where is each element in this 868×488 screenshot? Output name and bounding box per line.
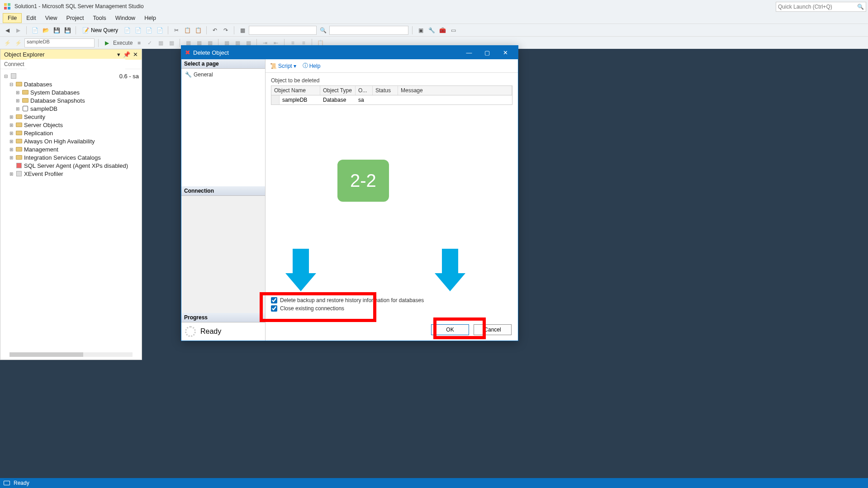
find-icon[interactable]: 🔍 (318, 26, 327, 35)
quick-launch-input[interactable] (778, 4, 857, 10)
explorer-scrollbar[interactable] (9, 352, 133, 357)
close-button[interactable]: ✕ (496, 46, 514, 59)
nav-back-icon[interactable]: ◀ (3, 26, 12, 35)
open-icon[interactable]: 📂 (41, 26, 50, 35)
menu-file[interactable]: File (3, 13, 22, 23)
separator (168, 26, 168, 34)
menu-window[interactable]: Window (111, 14, 140, 23)
status-bar: Ready (0, 478, 868, 488)
dialog-left-panel: Select a page 🔧 General Connection Progr… (181, 59, 266, 341)
database-combo[interactable]: sampleDB (24, 38, 95, 47)
copy-icon[interactable]: 📋 (183, 26, 192, 35)
grid-row[interactable]: sampleDB Database sa (271, 95, 512, 104)
tree-replication[interactable]: ⊞Replication (2, 129, 140, 137)
title-bar: Solution1 - Microsoft SQL Server Managem… (0, 0, 868, 13)
minimize-button[interactable]: — (460, 46, 478, 59)
object-explorer-toolbar: Connect (0, 60, 142, 69)
annotation-highlight-ok (433, 317, 486, 339)
new-query-button[interactable]: 📝 New Query (80, 26, 121, 34)
separator (76, 26, 76, 34)
pin-icon[interactable]: 📌 (123, 51, 130, 58)
save-all-icon[interactable]: 💾 (63, 26, 72, 35)
col-owner[interactable]: O... (356, 86, 373, 95)
script-button[interactable]: 📜 Script ▾ (270, 63, 296, 69)
script-icon: 📜 (270, 63, 277, 69)
mdx-icon[interactable]: 📄 (133, 26, 142, 35)
tree-sql-agent[interactable]: SQL Server Agent (Agent XPs disabled) (2, 161, 140, 170)
connect-label[interactable]: Connect (4, 61, 24, 67)
dialog-title: Delete Object (193, 49, 229, 56)
progress-body: Ready (181, 322, 265, 341)
tree-xevent[interactable]: ⊞XEvent Profiler (2, 170, 140, 178)
results-icon: ▦ (167, 38, 176, 47)
new-query-icon: 📝 (82, 27, 89, 33)
col-object-type[interactable]: Object Type (320, 86, 356, 95)
xmla-icon[interactable]: 📄 (155, 26, 164, 35)
separator (206, 26, 207, 34)
separator (26, 26, 27, 34)
menu-tools[interactable]: Tools (88, 14, 110, 23)
paste-icon[interactable]: 📋 (194, 26, 203, 35)
close-icon[interactable]: ✕ (133, 51, 138, 58)
cell-message (398, 95, 512, 104)
menu-project[interactable]: Project (62, 14, 89, 23)
dialog-toolbar: 📜 Script ▾ ⓘ Help (266, 59, 518, 73)
window-icon[interactable]: ▭ (449, 26, 458, 35)
menu-edit[interactable]: Edit (22, 14, 41, 23)
xquery-icon[interactable]: 📄 (123, 26, 132, 35)
col-status[interactable]: Status (373, 86, 398, 95)
cell-name: sampleDB (280, 95, 320, 104)
cell-type: Database (320, 95, 356, 104)
connection-header: Connection (181, 186, 265, 196)
menu-view[interactable]: View (41, 14, 62, 23)
undo-icon[interactable]: ↶ (210, 26, 219, 35)
separator (412, 26, 413, 34)
tree-security[interactable]: ⊞Security (2, 113, 140, 121)
cut-icon[interactable]: ✂ (172, 26, 181, 35)
object-explorer-titlebar: Object Explorer ▾ 📌 ✕ (0, 49, 142, 60)
save-icon[interactable]: 💾 (52, 26, 61, 35)
svg-rect-3 (8, 7, 10, 9)
disconnect-icon[interactable]: ⚡ (14, 38, 23, 47)
solution-combo[interactable] (249, 26, 317, 35)
activity-icon[interactable]: ▣ (416, 26, 425, 35)
tree-databases[interactable]: ⊟Databases (2, 80, 140, 88)
connection-body (181, 196, 265, 313)
tree-management[interactable]: ⊞Management (2, 145, 140, 153)
page-general[interactable]: 🔧 General (185, 71, 261, 79)
grid-header: Object Name Object Type O... Status Mess… (271, 86, 512, 95)
tree-database-snapshots[interactable]: ⊞Database Snapshots (2, 96, 140, 104)
grid-icon[interactable]: ▦ (238, 26, 247, 35)
execute-play-icon[interactable]: ▶ (102, 38, 111, 47)
execute-label[interactable]: Execute (113, 40, 133, 46)
dmx-icon[interactable]: 📄 (144, 26, 153, 35)
col-message[interactable]: Message (398, 86, 512, 95)
new-item-icon[interactable]: 📄 (30, 26, 39, 35)
maximize-button[interactable]: ▢ (478, 46, 496, 59)
tree-server-node[interactable]: ⊟ 0.6 - sa (2, 72, 140, 80)
wrench-icon: 🔧 (185, 71, 192, 78)
cover-overlay (27, 59, 125, 71)
tree-server-objects[interactable]: ⊞Server Objects (2, 121, 140, 129)
annotation-arrow-right (439, 249, 461, 294)
quick-launch[interactable]: 🔍 (776, 2, 866, 12)
tree-always-on[interactable]: ⊞Always On High Availability (2, 137, 140, 145)
toolbar-main: ◀ ▶ 📄 📂 💾 💾 📝 New Query 📄 📄 📄 📄 ✂ 📋 📋 ↶ … (0, 24, 868, 36)
redo-icon[interactable]: ↷ (221, 26, 230, 35)
menu-help[interactable]: Help (140, 14, 161, 23)
tree-integration[interactable]: ⊞Integration Services Catalogs (2, 153, 140, 161)
connect-icon[interactable]: ⚡ (3, 38, 12, 47)
delete-icon: ✖ (185, 49, 190, 56)
tree-system-databases[interactable]: ⊞System Databases (2, 88, 140, 96)
dropdown-icon[interactable]: ▾ (117, 51, 120, 58)
tree-sampledb[interactable]: ⊞sampleDB (2, 104, 140, 113)
wrench-icon[interactable]: 🔧 (427, 26, 436, 35)
help-button[interactable]: ⓘ Help (303, 62, 321, 70)
find-combo[interactable] (329, 26, 408, 35)
svg-rect-2 (4, 7, 7, 9)
separator (234, 26, 234, 34)
col-object-name[interactable]: Object Name (271, 86, 320, 95)
dialog-titlebar[interactable]: ✖ Delete Object — ▢ ✕ (181, 46, 518, 59)
main-area: Object Explorer ▾ 📌 ✕ Connect ⊟ 0.6 - sa… (0, 49, 868, 478)
toolbox-icon[interactable]: 🧰 (438, 26, 447, 35)
